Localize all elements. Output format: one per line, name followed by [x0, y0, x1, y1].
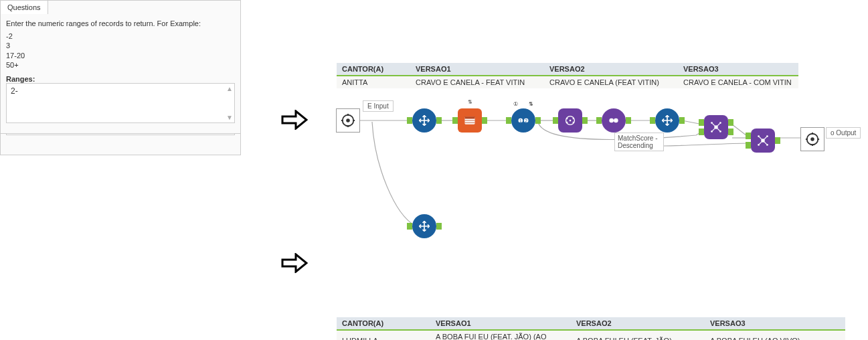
output-anchor[interactable]: [482, 117, 487, 124]
fuzzy-match-tool[interactable]: [558, 108, 582, 133]
svg-point-1: [346, 118, 350, 122]
result-table-1: CANTOR(A) VERSAO1 VERSAO2 VERSAO3 ANITTA…: [337, 63, 798, 88]
macro-input-label: E Input: [363, 100, 394, 112]
cell: A BOBA FUI EU (FEAT. JÃO): [571, 330, 705, 340]
output-anchor[interactable]: [679, 117, 685, 124]
svg-point-13: [566, 122, 568, 123]
output-anchor[interactable]: [582, 117, 588, 124]
input-anchor-top[interactable]: [746, 133, 751, 139]
record-id-tool[interactable]: ① ⇅ 12: [511, 108, 535, 133]
ranges-value: 2-: [11, 86, 18, 96]
svg-text:2: 2: [525, 118, 527, 123]
input-anchor[interactable]: [650, 117, 655, 124]
questions-panel-2: Questions Enter the numeric ranges of re…: [0, 0, 241, 134]
generate-rows-tool[interactable]: ⇅: [458, 108, 482, 133]
table-header-row: CANTOR(A) VERSAO1 VERSAO2 VERSAO3: [337, 317, 845, 330]
ranges-input[interactable]: 2- ▲ ▼: [6, 83, 235, 123]
input-anchor[interactable]: [506, 117, 511, 124]
col-header-versao3: VERSAO3: [705, 317, 845, 330]
output-anchor[interactable]: [436, 117, 442, 124]
svg-point-16: [609, 118, 614, 123]
unique-tool[interactable]: [602, 108, 626, 133]
input-anchor[interactable]: [452, 117, 458, 124]
col-header-versao3: VERSAO3: [678, 63, 798, 76]
input-anchor-bottom[interactable]: [746, 142, 751, 149]
example-line: -2: [6, 31, 235, 41]
panel2-body: Enter the numeric ranges of records to r…: [1, 14, 240, 129]
example-line: 17-20: [6, 51, 235, 60]
output-anchor-top[interactable]: [728, 119, 733, 126]
sort-annotation: MatchScore - Descending: [614, 133, 664, 151]
example-line: 3: [6, 41, 235, 50]
arrow-right-icon: [281, 253, 308, 273]
questions-tab[interactable]: Questions: [0, 0, 48, 14]
table-row: ANITTA CRAVO E CANELA - FEAT VITIN CRAVO…: [337, 76, 798, 88]
input-anchor-bottom[interactable]: [699, 129, 704, 135]
macro-input-tool[interactable]: [336, 108, 360, 133]
cell: ANITTA: [337, 76, 410, 88]
svg-point-15: [570, 120, 572, 122]
cell: CRAVO E CANELA - FEAT VITIN: [410, 76, 544, 88]
cell: CRAVO E CANELA (FEAT VITIN): [544, 76, 678, 88]
cell: CRAVO E CANELA - COM VITIN: [678, 76, 798, 88]
table-row: LUDMILLA A BOBA FUI EU (FEAT. JÃO) (AO V…: [337, 330, 845, 340]
input-anchor[interactable]: [407, 117, 412, 124]
col-header-versao2: VERSAO2: [571, 317, 705, 330]
cell: A BOBA FUI EU (AO VIVO): [705, 330, 845, 340]
svg-rect-3: [465, 116, 475, 118]
svg-point-12: [572, 118, 574, 119]
macro-output-label: o Output: [826, 127, 861, 139]
col-header-versao2: VERSAO2: [544, 63, 678, 76]
input-anchor[interactable]: [407, 223, 412, 230]
col-header-cantor: CANTOR(A): [337, 317, 430, 330]
select-tool[interactable]: [412, 108, 436, 133]
svg-point-11: [566, 118, 568, 119]
svg-point-29: [810, 137, 814, 141]
prompt-text: Enter the numeric ranges of records to r…: [6, 19, 235, 27]
input-anchor-top[interactable]: [699, 119, 704, 126]
output-anchor-bottom[interactable]: [728, 129, 733, 135]
cell: A BOBA FUI EU (FEAT. JÃO) (AO VIVO): [430, 330, 571, 340]
output-anchor[interactable]: [436, 223, 442, 230]
table-header-row: CANTOR(A) VERSAO1 VERSAO2 VERSAO3: [337, 63, 798, 76]
scroll-down-icon[interactable]: ▼: [226, 114, 233, 121]
tool-badge-one: ①: [513, 101, 519, 107]
output-anchor[interactable]: [775, 137, 780, 144]
input-anchor[interactable]: [596, 117, 602, 124]
output-anchor[interactable]: [535, 117, 541, 124]
col-header-versao1: VERSAO1: [430, 317, 571, 330]
svg-point-14: [572, 122, 574, 123]
tool-badge-sort: ⇅: [456, 99, 483, 105]
select-tool-branch[interactable]: [412, 214, 436, 238]
select-tool-2[interactable]: [655, 108, 679, 133]
join-tool-1[interactable]: [704, 115, 728, 139]
arrow-right-icon: [281, 110, 308, 130]
input-anchor[interactable]: [553, 117, 558, 124]
cell: LUDMILLA: [337, 330, 430, 340]
result-table-2: CANTOR(A) VERSAO1 VERSAO2 VERSAO3 LUDMIL…: [337, 317, 845, 340]
tool-badge-sort: ⇅: [528, 101, 534, 107]
svg-point-17: [614, 118, 618, 123]
output-anchor[interactable]: [626, 117, 631, 124]
example-line: 50+: [6, 60, 235, 70]
macro-output-tool[interactable]: [800, 127, 824, 151]
join-tool-2[interactable]: [751, 129, 775, 153]
example-lines: -2 3 17-20 50+: [6, 31, 235, 70]
scroll-up-icon[interactable]: ▲: [226, 85, 233, 92]
ranges-label: Ranges:: [6, 75, 235, 83]
col-header-versao1: VERSAO1: [410, 63, 544, 76]
svg-text:1: 1: [519, 118, 522, 123]
col-header-cantor: CANTOR(A): [337, 63, 410, 76]
